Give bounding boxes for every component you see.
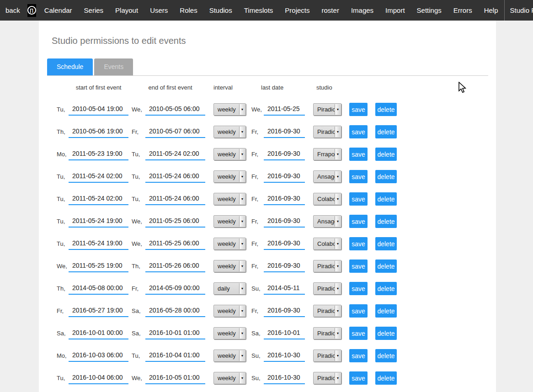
- tab-schedule[interactable]: Schedule: [47, 58, 93, 75]
- interval-select[interactable]: weekly ▼: [213, 327, 246, 339]
- delete-button[interactable]: delete: [375, 170, 397, 183]
- nav-item-images[interactable]: Images: [345, 0, 379, 21]
- interval-select[interactable]: weekly ▼: [213, 170, 246, 183]
- nav-item-calendar[interactable]: Calendar: [38, 0, 78, 21]
- start-datetime-input[interactable]: [69, 328, 128, 339]
- chevron-down-icon[interactable]: ▼: [239, 328, 245, 339]
- start-datetime-input[interactable]: [69, 216, 128, 228]
- chevron-down-icon[interactable]: ▼: [335, 127, 341, 137]
- chevron-down-icon[interactable]: ▼: [239, 350, 245, 361]
- last-date-input[interactable]: [264, 193, 305, 205]
- chevron-down-icon[interactable]: ▼: [239, 194, 245, 204]
- last-date-input[interactable]: [264, 260, 305, 272]
- nav-item-timeslots[interactable]: Timeslots: [238, 0, 279, 21]
- nav-item-errors[interactable]: Errors: [448, 0, 478, 21]
- chevron-down-icon[interactable]: ▼: [239, 149, 245, 159]
- start-datetime-input[interactable]: [69, 350, 128, 362]
- end-datetime-input[interactable]: [145, 328, 205, 339]
- nav-item-studios[interactable]: Studios: [203, 0, 238, 21]
- save-button[interactable]: save: [349, 215, 368, 228]
- chevron-down-icon[interactable]: ▼: [335, 194, 341, 204]
- studio-select[interactable]: Frrapo ▼: [313, 148, 341, 160]
- start-datetime-input[interactable]: [69, 372, 128, 384]
- nav-item-help[interactable]: Help: [478, 0, 504, 21]
- delete-button[interactable]: delete: [375, 349, 397, 362]
- studio-select[interactable]: Ansage ▼: [313, 215, 341, 228]
- chevron-down-icon[interactable]: ▼: [239, 306, 245, 316]
- chevron-down-icon[interactable]: ▼: [335, 328, 341, 339]
- last-date-input[interactable]: [264, 372, 305, 384]
- interval-select[interactable]: weekly ▼: [213, 350, 246, 362]
- save-button[interactable]: save: [349, 349, 368, 362]
- delete-button[interactable]: delete: [375, 192, 397, 206]
- interval-select[interactable]: weekly ▼: [213, 238, 246, 250]
- studio-select[interactable]: Colabo ▼: [313, 238, 341, 250]
- interval-select[interactable]: weekly ▼: [213, 260, 246, 272]
- end-datetime-input[interactable]: [145, 104, 205, 116]
- studio-select[interactable]: Piradio ▼: [313, 282, 341, 295]
- last-date-input[interactable]: [264, 238, 305, 250]
- nav-item-import[interactable]: Import: [379, 0, 411, 21]
- studio-select[interactable]: Ansage ▼: [313, 170, 341, 183]
- chevron-down-icon[interactable]: ▼: [335, 171, 341, 182]
- save-button[interactable]: save: [349, 125, 368, 138]
- last-date-input[interactable]: [264, 126, 305, 138]
- chevron-down-icon[interactable]: ▼: [239, 283, 245, 294]
- chevron-down-icon[interactable]: ▼: [335, 283, 341, 294]
- start-datetime-input[interactable]: [69, 238, 128, 250]
- save-button[interactable]: save: [349, 103, 368, 116]
- delete-button[interactable]: delete: [375, 237, 397, 250]
- interval-select[interactable]: weekly ▼: [213, 148, 246, 160]
- studio-select[interactable]: Colabo ▼: [313, 193, 341, 205]
- nav-item-projects[interactable]: Projects: [279, 0, 315, 21]
- interval-select[interactable]: weekly ▼: [213, 103, 246, 116]
- chevron-down-icon[interactable]: ▼: [239, 171, 245, 182]
- studio-select[interactable]: Piradio ▼: [313, 126, 341, 138]
- save-button[interactable]: save: [349, 148, 368, 161]
- end-datetime-input[interactable]: [145, 171, 205, 183]
- save-button[interactable]: save: [349, 304, 368, 318]
- end-datetime-input[interactable]: [145, 305, 205, 317]
- chevron-down-icon[interactable]: ▼: [335, 261, 341, 271]
- end-datetime-input[interactable]: [145, 260, 205, 272]
- last-date-input[interactable]: [264, 350, 305, 362]
- chevron-down-icon[interactable]: ▼: [335, 373, 341, 383]
- start-datetime-input[interactable]: [69, 283, 128, 295]
- last-date-input[interactable]: [264, 148, 305, 160]
- nav-item-series[interactable]: Series: [78, 0, 110, 21]
- start-datetime-input[interactable]: [69, 104, 128, 116]
- chevron-down-icon[interactable]: ▼: [239, 216, 245, 227]
- interval-select[interactable]: weekly ▼: [213, 126, 246, 138]
- delete-button[interactable]: delete: [375, 371, 397, 385]
- chevron-down-icon[interactable]: ▼: [335, 216, 341, 227]
- delete-button[interactable]: delete: [375, 215, 397, 228]
- end-datetime-input[interactable]: [145, 126, 205, 138]
- studio-select[interactable]: Piradio ▼: [313, 350, 341, 362]
- chevron-down-icon[interactable]: ▼: [239, 373, 245, 383]
- studio-select[interactable]: Piradio ▼: [313, 327, 341, 339]
- start-datetime-input[interactable]: [69, 126, 128, 138]
- save-button[interactable]: save: [349, 371, 368, 385]
- save-button[interactable]: save: [349, 192, 368, 206]
- save-button[interactable]: save: [349, 282, 368, 295]
- last-date-input[interactable]: [264, 283, 305, 295]
- end-datetime-input[interactable]: [145, 238, 205, 250]
- last-date-input[interactable]: [264, 104, 305, 116]
- nav-item-users[interactable]: Users: [144, 0, 174, 21]
- save-button[interactable]: save: [349, 170, 368, 183]
- start-datetime-input[interactable]: [69, 193, 128, 205]
- delete-button[interactable]: delete: [375, 327, 397, 340]
- nav-item-playout[interactable]: Playout: [109, 0, 144, 21]
- last-date-input[interactable]: [264, 171, 305, 183]
- chevron-down-icon[interactable]: ▼: [239, 127, 245, 137]
- studio-select[interactable]: Piradio ▼: [313, 372, 341, 384]
- delete-button[interactable]: delete: [375, 103, 397, 116]
- studio-select[interactable]: Piradio ▼: [313, 305, 341, 317]
- start-datetime-input[interactable]: [69, 148, 128, 160]
- chevron-down-icon[interactable]: ▼: [239, 104, 245, 115]
- end-datetime-input[interactable]: [145, 283, 205, 295]
- chevron-down-icon[interactable]: ▼: [239, 261, 245, 271]
- end-datetime-input[interactable]: [145, 216, 205, 228]
- chevron-down-icon[interactable]: ▼: [335, 350, 341, 361]
- tab-events[interactable]: Events: [94, 58, 133, 75]
